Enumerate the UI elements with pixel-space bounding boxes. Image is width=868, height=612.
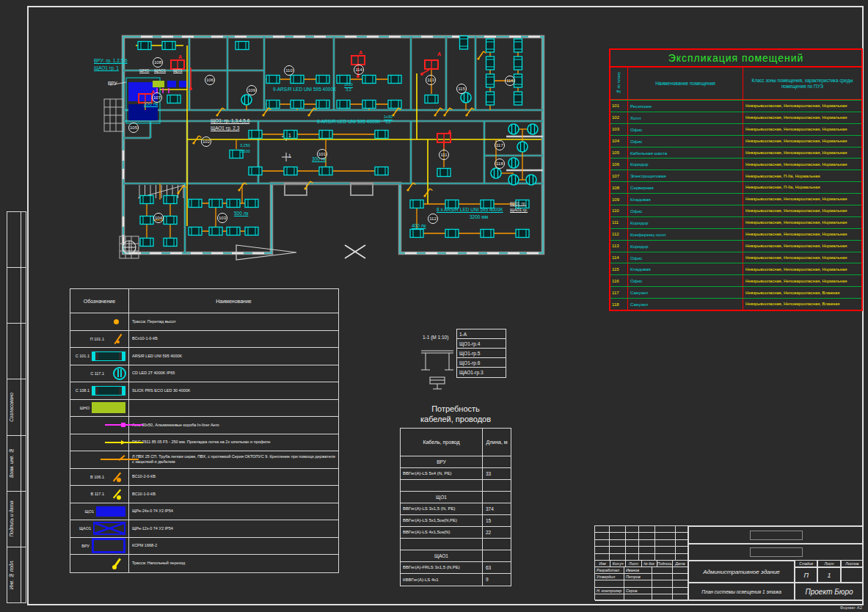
room-name: Офис <box>628 275 743 286</box>
revision-grid-cell <box>676 540 688 547</box>
cable-row <box>401 480 511 492</box>
cable-name <box>401 539 483 550</box>
explication-row: 116 Офис Невзрывоопасная, Непожароопасна… <box>610 274 861 286</box>
luminaire-frac-8: 1x303,2 <box>384 115 393 125</box>
stage-header: СтадияЛистЛистов <box>795 561 864 567</box>
revision-grid-cell <box>610 533 626 539</box>
revision-grid-cell <box>639 554 655 561</box>
legend-designation-cell: С 108.1 <box>70 382 129 399</box>
person-name <box>624 580 652 587</box>
lux-label-103: 500 лк <box>234 211 248 216</box>
room-zone-class: Невзрывоопасная, Непожароопасная, Нормал… <box>743 194 861 205</box>
room-name: Офис <box>628 124 743 135</box>
legend-designation-cell: ШНО <box>70 400 129 417</box>
cable-name <box>401 480 483 491</box>
cable-demand-title: Потребностькабелей, проводов <box>400 404 511 425</box>
legend-symbol-icon <box>106 487 125 500</box>
legend-name: Трасса: Перепад высот <box>129 313 338 330</box>
legend-row: ВРУ КСРМ 1668-2 <box>70 538 338 555</box>
room-name: Офис <box>628 252 743 263</box>
legend-row: В 106.1 ВС10-2-0-КБ <box>70 469 338 487</box>
explication-header-name: Наименование помещения <box>628 68 743 99</box>
legend-symbol-icon <box>92 539 125 553</box>
section-group-row: ЩО1-гр.5 <box>457 349 506 358</box>
scho1-group-label: ЩО1: гр. 1,3,4,5,6 <box>211 119 249 124</box>
explication-row: 110 Офис Невзрывоопасная, Непожароопасна… <box>610 205 861 216</box>
cable-length: 33 <box>483 468 511 479</box>
legend-designation-cell <box>70 451 129 468</box>
cable-name: ЩО1 <box>401 492 483 503</box>
scho1-label: ЩО1 <box>173 69 183 73</box>
legend-symbol-icon <box>96 505 125 518</box>
room-number-circle: 115 <box>456 84 467 94</box>
legend-designation-cell: ЩАО1 <box>70 520 129 537</box>
legend-row: ЩО1 ЩРн-24з-0 74 У2 IP54 <box>70 503 338 521</box>
legend-name: DKC-2911 85 05 F5 - 250 мм. Прокладка ло… <box>129 434 338 451</box>
revision-grid-cell <box>595 547 610 553</box>
room-zone-class: Невзрывоопасная, Непожароопасная, Нормал… <box>743 159 861 170</box>
cable-name: ВВГнг(А)-LS 5x4 (N, PE) <box>401 468 483 479</box>
revision-grid-cell <box>655 554 676 561</box>
level-label: 3,500 <box>240 150 250 154</box>
legend-name: Л ПВХ 25 СП. Труба легкая серая, ПВХ, с … <box>129 451 338 468</box>
room-zone-class: Невзрывоопасная, Непожароопасная, Нормал… <box>743 205 861 216</box>
room-number-circle: 110 <box>284 65 294 76</box>
person-signature <box>652 567 673 574</box>
legend-row: ШНО <box>70 400 338 418</box>
room-number-circle: 117 <box>495 140 505 150</box>
title-block-person-row: Разработал Иванов <box>595 567 688 574</box>
room-number-circle: 114 <box>354 65 364 75</box>
room-zone-class: Невзрывоопасная, Непожароопасная, Нормал… <box>743 124 861 135</box>
room-name: Офис <box>628 205 743 216</box>
vru-feed-label: ВРУ: гр. 1,2,5,6 <box>94 59 128 64</box>
legend-row: ЩАО1 ЩРн-12з-0 74 У2 IP54 <box>70 520 338 538</box>
room-number-circle: 108 <box>153 57 163 68</box>
cable-length <box>483 550 511 561</box>
sidebar-cell-soglasovano: Согласовано <box>7 379 26 435</box>
revision-grid-cell <box>676 554 688 561</box>
legend-symbol-icon <box>105 436 125 449</box>
explication-row: 112 Конференц-холл Невзрывоопасная, Непо… <box>610 228 861 240</box>
revision-grid-cell <box>626 547 639 553</box>
sign-header-cell: Изм <box>595 561 610 567</box>
emergency-a-mark: А <box>151 90 155 95</box>
section-cut-number: 1 <box>288 134 291 139</box>
plan-labels: ВРУ: гр. 1,2,5,6 ЩАО1 гр. 1 ВРУ ШНО ЩАО1… <box>70 29 572 283</box>
revision-grid-cell <box>655 540 676 547</box>
room-number-circle: 118 <box>495 159 505 169</box>
person-role <box>595 594 624 601</box>
cable-name: ВРУ <box>401 456 483 467</box>
legend-name: Трасса: Напольный переход <box>129 555 338 572</box>
title-block-sign-header: ИзмКол.учЛист№ докПодписьДата <box>595 561 688 567</box>
section-group-row: ЩО1-гр.6 <box>457 358 506 368</box>
room-zone-class: Невзрывоопасная, Непожароопасная, Нормал… <box>743 112 861 123</box>
cable-row: ВВГнг(А)-LS 3x1,5 (N, PE) 374 <box>401 503 511 515</box>
legend-name: Aero 90x50, Алюминиевые короба In-liner … <box>129 417 338 434</box>
revision-grid-cell <box>610 547 626 553</box>
room-zone-class: Невзрывоопасная, Непожароопасная, Нормал… <box>743 136 861 147</box>
title-block-top-cell <box>688 544 864 561</box>
drawing-name: План системы освещения 1 этажа <box>688 583 795 601</box>
cable-length: 22 <box>483 527 511 538</box>
room-number: 109 <box>610 194 628 205</box>
legend-label: С 117.1 <box>90 371 104 376</box>
room-zone-class: Невзрывоопасная, Непожароопасная, Нормал… <box>743 263 861 274</box>
room-number: 112 <box>610 229 628 240</box>
revision-grid-cell <box>655 547 676 553</box>
revision-grid-cell <box>595 533 610 539</box>
legend-symbol-icon <box>106 470 125 484</box>
person-date <box>673 580 688 587</box>
revision-grid-cell <box>595 540 610 547</box>
legend-designation-cell <box>70 555 129 572</box>
room-zone-class: Невзрывоопасная, Непожароопасная, Влажна… <box>743 299 861 310</box>
room-zone-class: Невзрывоопасная, П-IIа, Нормальная <box>743 182 861 193</box>
room-name: Холл <box>628 112 743 123</box>
legend-label: ВРУ <box>81 544 90 548</box>
legend-row: С 108.1 SLICK PRS ECO LED 30 4000K <box>70 382 338 400</box>
room-number: 102 <box>610 112 628 123</box>
schao1-group-label: ЩАО1 гр. 2,3 <box>211 126 239 131</box>
person-role: Разработал <box>595 567 624 574</box>
organization-name: Проект Бюро <box>795 583 864 601</box>
room-name: Офис <box>628 136 743 147</box>
legend-designation-cell: В 106.1 <box>70 469 129 486</box>
